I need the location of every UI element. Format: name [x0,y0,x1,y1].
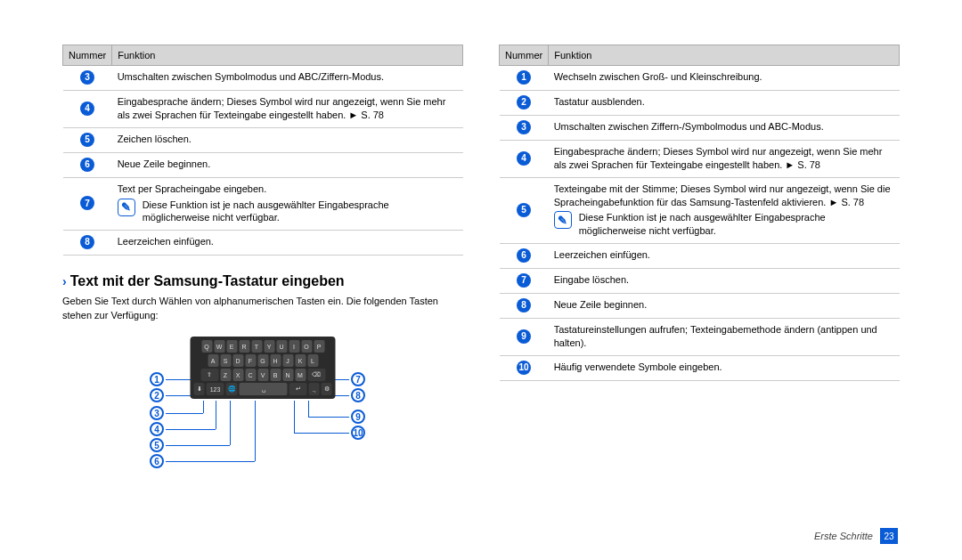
table-row: 8Neue Zeile beginnen. [500,294,900,319]
callout-1: 1 [150,372,164,386]
note-icon: ✎ [554,211,572,229]
keyboard-figure: QWERTYUIOP ASDFGHJKL ⇧ZXCVBNM⌫ ⬇123🌐␣↵.,… [62,337,463,488]
row-text: Eingabe löschen. [554,273,894,287]
number-badge: 8 [517,298,531,312]
callout-7: 7 [351,372,365,386]
keyboard-key: C [245,369,256,381]
table-row: 10Häufig verwendete Symbole eingeben. [500,355,900,380]
number-badge: 4 [80,101,94,116]
keyboard-key: M [295,369,306,381]
row-number-cell: 5 [63,127,112,152]
numbers-key: 123 [207,383,224,395]
keyboard-key: B [270,369,281,381]
row-function-cell: Umschalten zwischen Symbolmodus und ABC/… [112,66,463,91]
callout-2: 2 [150,388,164,402]
table-row: 5Texteingabe mit der Stimme; Dieses Symb… [500,177,900,243]
callout-9: 9 [351,410,365,424]
row-function-cell: Leerzeichen einfügen. [112,231,463,256]
number-badge: 10 [517,361,531,375]
row-function-cell: Umschalten zwischen Ziffern-/Symbolmodus… [549,116,900,141]
keyboard-key: Q [201,340,212,353]
table-row: 6Leerzeichen einfügen. [500,244,900,269]
row-text: Texteingabe mit der Stimme; Dieses Symbo… [554,183,894,209]
row-text: Neue Zeile beginnen. [118,158,458,171]
keyboard-key: A [208,354,218,367]
table-row: 8Leerzeichen einfügen. [63,231,463,256]
chevron-right-icon: › [62,274,67,288]
row-number-cell: 10 [500,355,549,380]
heading-text: Text mit der Samsung-Tastatur eingeben [70,273,345,288]
number-badge: 5 [80,133,94,147]
row-function-cell: Häufig verwendete Symbole eingeben. [549,355,900,380]
callout-5: 5 [150,438,164,452]
row-text: Eingabesprache ändern; Dieses Symbol wir… [554,145,894,172]
keyboard-key: L [307,354,318,367]
row-number-cell: 5 [500,177,549,243]
row-function-cell: Neue Zeile beginnen. [549,294,900,319]
right-table: Nummer Funktion 1Wechseln zwischen Groß-… [499,45,900,381]
row-number-cell: 8 [500,294,549,319]
row-text: Wechseln zwischen Groß- und Kleinschreib… [554,70,894,84]
keyboard-key: W [214,340,224,353]
callout-8: 8 [351,388,365,402]
number-badge: 7 [80,196,94,210]
table-row: 2Tastatur ausblenden. [500,91,900,116]
number-badge: 8 [80,235,94,249]
row-number-cell: 4 [63,91,112,128]
heading-intro: Geben Sie Text durch Wählen von alphanum… [62,295,463,322]
keyboard-key: O [301,340,312,353]
number-badge: 6 [517,248,531,263]
table-row: 3Umschalten zwischen Ziffern-/Symbolmodu… [500,116,900,141]
page-body: Nummer Funktion 3Umschalten zwischen Sym… [0,0,962,523]
row-text: Neue Zeile beginnen. [554,298,894,312]
shift-key: ⇧ [200,369,218,381]
table-row: 6Neue Zeile beginnen. [63,152,463,177]
page-footer: Erste Schritte 23 [814,528,898,544]
row-function-cell: Wechseln zwischen Groß- und Kleinschreib… [549,66,900,91]
keyboard-key: I [289,340,299,353]
delete-key: ⌫ [307,369,325,381]
row-function-cell: Neue Zeile beginnen. [112,152,463,177]
left-column: Nummer Funktion 3Umschalten zwischen Sym… [62,45,463,488]
row-text: Umschalten zwischen Symbolmodus und ABC/… [118,70,458,84]
number-badge: 7 [517,273,531,288]
table-row: 9Tastatureinstellungen aufrufen; Textein… [500,319,900,356]
row-number-cell: 3 [63,66,112,91]
row-function-cell: Zeichen löschen. [112,127,463,152]
keyboard-key: K [295,354,306,367]
col-header-number-r: Nummer [500,45,549,66]
row-number-cell: 6 [500,244,549,269]
enter-key: ↵ [289,383,307,395]
row-number-cell: 6 [63,152,112,177]
note-text: Diese Funktion ist je nach ausgewählter … [143,199,458,225]
space-key: ␣ [240,383,288,395]
note-row: ✎Diese Funktion ist je nach ausgewählter… [118,199,458,225]
keyboard-key: J [282,354,293,367]
table-row: 7Eingabe löschen. [500,269,900,294]
callout-4: 4 [150,422,164,436]
keyboard-key: Z [220,369,231,381]
number-badge: 2 [517,95,531,110]
row-number-cell: 7 [63,177,112,231]
symbols-key: ., [309,383,320,395]
row-text: Tastatur ausblenden. [554,95,894,109]
note-text: Diese Funktion ist je nach ausgewählter … [579,211,894,238]
keyboard-key: F [245,354,256,367]
row-text: Leerzeichen einfügen. [118,235,458,248]
language-key: 🌐 [226,383,238,395]
keyboard-key: S [220,354,231,367]
keyboard-key: D [232,354,243,367]
col-header-function-r: Funktion [549,45,900,66]
number-badge: 1 [517,70,531,85]
table-row: 4Eingabesprache ändern; Dieses Symbol wi… [63,91,463,128]
row-function-cell: Eingabesprache ändern; Dieses Symbol wir… [549,141,900,178]
note-icon: ✎ [118,199,135,216]
table-row: 1Wechseln zwischen Groß- und Kleinschrei… [500,66,900,91]
number-badge: 3 [80,70,94,85]
row-function-cell: Eingabe löschen. [549,269,900,294]
left-table: Nummer Funktion 3Umschalten zwischen Sym… [62,45,463,256]
right-column: Nummer Funktion 1Wechseln zwischen Groß-… [499,45,900,488]
keyboard-key: P [314,340,324,353]
callout-3: 3 [150,406,164,420]
keyboard-key: V [257,369,268,381]
